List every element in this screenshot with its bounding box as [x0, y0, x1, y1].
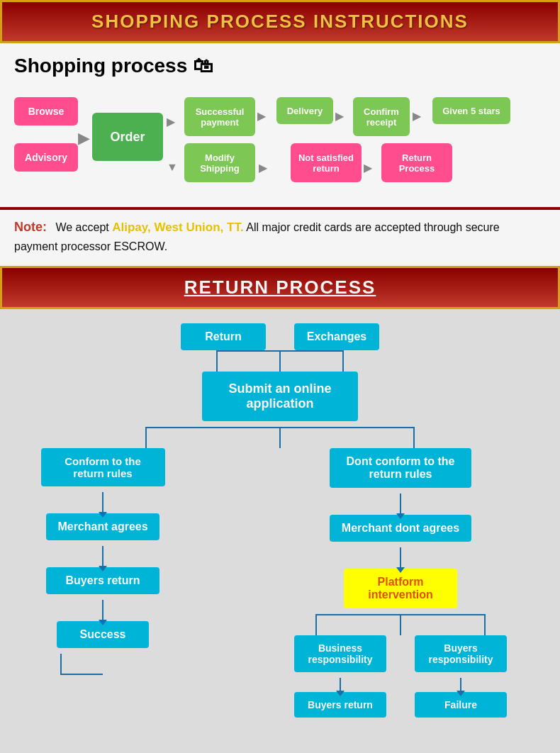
dont-conform-box: Dont conform to the return rules [330, 448, 471, 488]
arrow-order-down: ▼ [167, 161, 178, 174]
arrow-to-stars: ▶ [413, 109, 421, 123]
arrow-to-not-sat: ▶ [259, 161, 267, 174]
return-button: Return [181, 323, 266, 350]
note-section: Note: We accept Alipay, West Union, TT. … [0, 210, 560, 266]
split-connector [103, 427, 457, 448]
successful-payment-box: Successful payment [184, 97, 255, 136]
arrow-to-confirm: ▶ [335, 109, 344, 123]
not-satisfied-box: Not satisfied return [291, 143, 362, 182]
bottom-split: Business responsibility Buyers return Bu… [294, 635, 507, 718]
arrow-buyers-resp-down [460, 678, 461, 692]
return-header: RETURN PROCESS [0, 266, 560, 309]
top-row: Return Exchanges [14, 323, 546, 350]
return-title: RETURN PROCESS [11, 277, 549, 299]
shopping-title-text: Shopping process [14, 55, 187, 77]
note-prefix: We accept [55, 221, 112, 233]
shopping-title: Shopping process 🛍 [14, 54, 546, 77]
given-stars-box: Given 5 stars [432, 97, 510, 124]
arrow-merchant-down [102, 546, 103, 567]
shopping-flow: Browse Advisory ▶ Order ▶ Successful pay… [14, 90, 546, 193]
submit-box: Submit an online application [202, 372, 358, 421]
advisory-box: Advisory [14, 143, 78, 172]
main-header: SHOPPING PROCESS INSTRUCTIONS [0, 0, 560, 43]
note-label: Note: [14, 220, 47, 234]
arrow-to-delivery: ▶ [257, 109, 266, 123]
order-box: Order [92, 113, 163, 161]
submit-row: Submit an online application [14, 372, 546, 421]
arrow-merchant-dont-down [400, 547, 401, 569]
business-col: Business responsibility Buyers return [294, 635, 386, 718]
two-branches: Conform to the return rules Merchant agr… [32, 448, 528, 718]
modify-shipping-box: Modify Shipping [184, 143, 255, 182]
conform-box: Conform to the return rules [41, 448, 165, 486]
arrow-conform-down [102, 492, 103, 513]
business-resp-box: Business responsibility [294, 635, 386, 672]
platform-split-connector [294, 614, 507, 635]
return-section: Return Exchanges Submit an online applic… [0, 309, 560, 753]
buyers-resp-box: Buyers responsibility [415, 635, 507, 672]
note-text: Note: We accept Alipay, West Union, TT. … [14, 217, 546, 255]
arrow-business-down [340, 678, 341, 692]
feedback-line [60, 654, 103, 675]
arrow-order-up: ▶ [167, 115, 175, 128]
shopping-icon: 🛍 [187, 55, 213, 77]
left-branch: Conform to the return rules Merchant agr… [32, 448, 174, 718]
shopping-section: Shopping process 🛍 Browse Advisory ▶ Ord… [0, 43, 560, 210]
arrow-dont-conform-down [400, 493, 401, 515]
note-highlight: Alipay, West Union, TT. [112, 221, 243, 234]
exchanges-button: Exchanges [294, 323, 379, 350]
platform-box: Platform intervention [344, 569, 457, 608]
buyers-col: Buyers responsibility Failure [415, 635, 507, 718]
browse-box: Browse [14, 97, 78, 126]
confirm-receipt-box: Confirm receipt [353, 97, 410, 136]
arrow-to-return: ▶ [364, 161, 372, 174]
main-title: SHOPPING PROCESS INSTRUCTIONS [11, 11, 549, 33]
delivery-box: Delivery [276, 97, 333, 124]
arrow-buyers-down [102, 600, 103, 621]
right-branch: Dont conform to the return rules Merchan… [273, 448, 528, 718]
return-process-box: Return Process [381, 143, 452, 182]
arrow-to-order: ▶ [78, 129, 90, 147]
top-connector [202, 350, 358, 372]
